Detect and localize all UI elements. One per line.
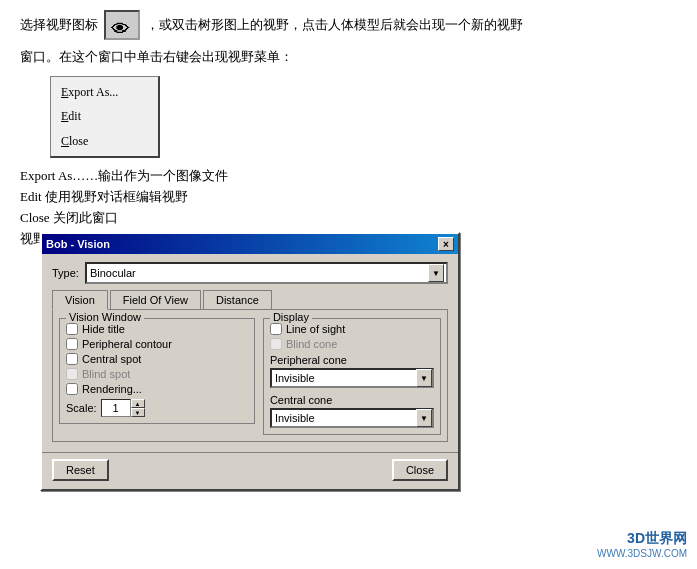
dialog-footer: Reset Close bbox=[42, 452, 458, 489]
tab-bar: Vision Field Of View Distance bbox=[52, 290, 448, 309]
watermark: 3D世界网 WWW.3DSJW.COM bbox=[597, 530, 687, 559]
peripheral-contour-checkbox[interactable] bbox=[66, 338, 78, 350]
vision-window-group: Vision Window Hide title Peripheral cont… bbox=[59, 318, 255, 424]
type-value: Binocular bbox=[90, 267, 428, 279]
dialog-close-icon[interactable]: × bbox=[438, 237, 454, 251]
two-columns: Vision Window Hide title Peripheral cont… bbox=[59, 316, 441, 435]
central-cone-value: Invisible bbox=[275, 412, 416, 424]
display-group: Display Line of sight Blind cone Periphe… bbox=[263, 318, 441, 435]
peripheral-cone-select[interactable]: Invisible ▼ bbox=[270, 368, 434, 388]
hide-title-row: Hide title bbox=[66, 323, 248, 335]
hide-title-label: Hide title bbox=[82, 323, 125, 335]
watermark-logo: 3D世界网 bbox=[597, 530, 687, 548]
peripheral-cone-value: Invisible bbox=[275, 372, 416, 384]
central-cone-section: Central cone Invisible ▼ bbox=[270, 394, 434, 428]
scale-input[interactable] bbox=[101, 399, 131, 417]
dialog-body: Type: Binocular ▼ Vision Field Of View D… bbox=[42, 254, 458, 448]
intro-text-2: ，或双击树形图上的视野，点击人体模型后就会出现一个新的视野 bbox=[146, 14, 523, 36]
tab-distance[interactable]: Distance bbox=[203, 290, 272, 309]
type-row: Type: Binocular ▼ bbox=[52, 262, 448, 284]
desc-edit: Edit 使用视野对话框编辑视野 bbox=[20, 187, 677, 208]
rendering-row: Rendering... bbox=[66, 383, 248, 395]
intro-text-3: 窗口。在这个窗口中单击右键会出现视野菜单： bbox=[20, 46, 677, 68]
tab-content-vision: Vision Window Hide title Peripheral cont… bbox=[52, 309, 448, 442]
left-column: Vision Window Hide title Peripheral cont… bbox=[59, 316, 255, 435]
eye-icon: 👁 bbox=[104, 10, 140, 40]
vision-dialog: Bob - Vision × Type: Binocular ▼ Vision … bbox=[40, 232, 460, 491]
intro-line: 选择视野图标 👁 ，或双击树形图上的视野，点击人体模型后就会出现一个新的视野 bbox=[20, 10, 677, 40]
page-content: 选择视野图标 👁 ，或双击树形图上的视野，点击人体模型后就会出现一个新的视野 窗… bbox=[0, 0, 697, 263]
scale-label: Scale: bbox=[66, 402, 97, 414]
scale-up-btn[interactable]: ▲ bbox=[131, 399, 145, 408]
blind-spot-checkbox[interactable] bbox=[66, 368, 78, 380]
central-spot-checkbox[interactable] bbox=[66, 353, 78, 365]
dialog-title: Bob - Vision bbox=[46, 238, 110, 250]
blind-cone-checkbox[interactable] bbox=[270, 338, 282, 350]
line-of-sight-label: Line of sight bbox=[286, 323, 345, 335]
desc-export: Export As……输出作为一个图像文件 bbox=[20, 166, 677, 187]
line-of-sight-row: Line of sight bbox=[270, 323, 434, 335]
central-cone-select[interactable]: Invisible ▼ bbox=[270, 408, 434, 428]
scale-spinner: ▲ ▼ bbox=[131, 399, 145, 417]
blind-cone-label: Blind cone bbox=[286, 338, 337, 350]
reset-button[interactable]: Reset bbox=[52, 459, 109, 481]
display-group-label: Display bbox=[270, 311, 312, 323]
type-label: Type: bbox=[52, 267, 79, 279]
tab-vision[interactable]: Vision bbox=[52, 290, 108, 310]
right-column: Display Line of sight Blind cone Periphe… bbox=[263, 316, 441, 435]
peripheral-cone-label: Peripheral cone bbox=[270, 354, 434, 366]
desc-close: Close 关闭此窗口 bbox=[20, 208, 677, 229]
dialog-titlebar: Bob - Vision × bbox=[42, 234, 458, 254]
vision-window-label: Vision Window bbox=[66, 311, 144, 323]
blind-spot-row: Blind spot bbox=[66, 368, 248, 380]
menu-item-edit[interactable]: Edit bbox=[51, 104, 158, 128]
line-of-sight-checkbox[interactable] bbox=[270, 323, 282, 335]
central-cone-label: Central cone bbox=[270, 394, 434, 406]
blind-cone-row: Blind cone bbox=[270, 338, 434, 350]
peripheral-cone-section: Peripheral cone Invisible ▼ bbox=[270, 354, 434, 388]
tab-field-of-view[interactable]: Field Of View bbox=[110, 290, 201, 309]
peripheral-cone-arrow[interactable]: ▼ bbox=[416, 369, 432, 387]
peripheral-contour-label: Peripheral contour bbox=[82, 338, 172, 350]
scale-row: Scale: ▲ ▼ bbox=[66, 399, 248, 417]
intro-text-1: 选择视野图标 bbox=[20, 14, 98, 36]
menu-item-export[interactable]: Export As... bbox=[51, 80, 158, 104]
rendering-label: Rendering... bbox=[82, 383, 142, 395]
hide-title-checkbox[interactable] bbox=[66, 323, 78, 335]
central-spot-label: Central spot bbox=[82, 353, 141, 365]
peripheral-contour-row: Peripheral contour bbox=[66, 338, 248, 350]
context-menu: Export As... Edit Close bbox=[50, 76, 160, 158]
close-dialog-button[interactable]: Close bbox=[392, 459, 448, 481]
menu-item-close[interactable]: Close bbox=[51, 129, 158, 153]
central-spot-row: Central spot bbox=[66, 353, 248, 365]
blind-spot-label: Blind spot bbox=[82, 368, 130, 380]
central-cone-arrow[interactable]: ▼ bbox=[416, 409, 432, 427]
scale-down-btn[interactable]: ▼ bbox=[131, 408, 145, 417]
type-dropdown-arrow[interactable]: ▼ bbox=[428, 264, 444, 282]
rendering-checkbox[interactable] bbox=[66, 383, 78, 395]
watermark-url: WWW.3DSJW.COM bbox=[597, 548, 687, 559]
type-select[interactable]: Binocular ▼ bbox=[85, 262, 448, 284]
